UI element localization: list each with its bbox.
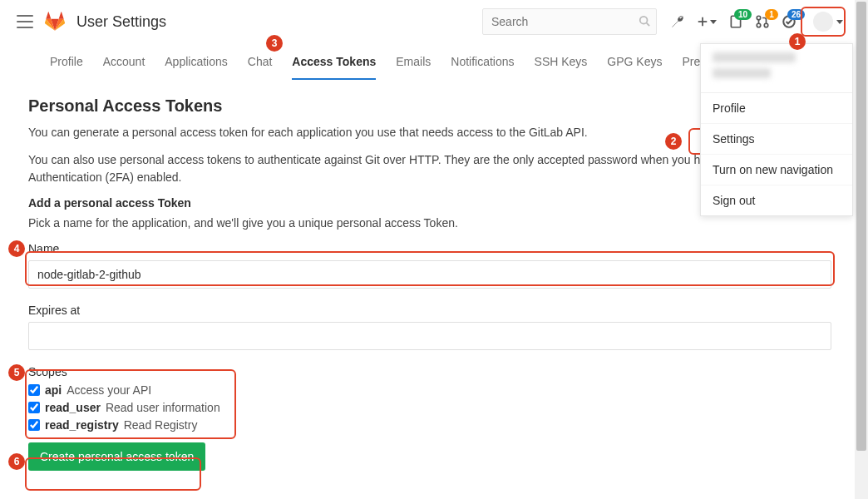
- avatar: [813, 12, 833, 32]
- scope-api-checkbox[interactable]: [28, 384, 40, 396]
- scope-read-user-name: read_user: [45, 401, 101, 414]
- svg-point-0: [640, 17, 648, 24]
- svg-point-5: [757, 16, 761, 20]
- search-wrap: [482, 8, 657, 35]
- tab-chat[interactable]: Chat: [248, 45, 273, 78]
- dropdown-settings[interactable]: Settings: [701, 124, 852, 155]
- wrench-icon[interactable]: [670, 14, 685, 29]
- callout-num-6: 6: [8, 453, 25, 470]
- callout-num-4: 4: [8, 240, 25, 257]
- svg-rect-3: [698, 21, 708, 22]
- scope-row-read-registry: read_registry Read Registry: [28, 418, 840, 432]
- avatar-button[interactable]: [808, 8, 848, 35]
- tab-account[interactable]: Account: [103, 45, 145, 78]
- scrollbar[interactable]: [855, 0, 868, 499]
- callout-num-5: 5: [8, 364, 25, 381]
- scope-row-read-user: read_user Read user information: [28, 401, 840, 414]
- create-token-button[interactable]: Create personal access token: [28, 442, 205, 471]
- user-dropdown: Profile Settings Turn on new navigation …: [700, 43, 853, 216]
- svg-point-6: [757, 23, 761, 27]
- mr-badge: 1: [765, 9, 778, 20]
- scope-row-api: api Access your API: [28, 383, 840, 397]
- tab-ssh-keys[interactable]: SSH Keys: [535, 45, 588, 78]
- scope-read-user-desc: Read user information: [106, 401, 220, 414]
- search-input[interactable]: [482, 8, 657, 35]
- issues-badge: 10: [734, 9, 752, 20]
- svg-line-1: [647, 23, 650, 27]
- tab-applications[interactable]: Applications: [165, 45, 228, 78]
- todos-icon[interactable]: 26: [782, 14, 796, 29]
- scrollbar-thumb[interactable]: [856, 2, 866, 451]
- dropdown-sign-out[interactable]: Sign out: [701, 185, 852, 215]
- name-input[interactable]: [28, 260, 831, 289]
- todos-badge: 26: [787, 9, 805, 20]
- search-icon: [639, 15, 650, 29]
- merge-request-icon[interactable]: 1: [755, 14, 770, 29]
- svg-point-7: [764, 23, 768, 27]
- chevron-down-icon: [836, 20, 843, 24]
- scope-read-registry-desc: Read Registry: [124, 418, 198, 432]
- topbar: User Settings 10 1 26: [0, 0, 868, 43]
- tab-gpg-keys[interactable]: GPG Keys: [607, 45, 662, 78]
- callout-num-3: 3: [266, 35, 283, 52]
- scopes-label: Scopes: [28, 365, 840, 378]
- expires-input[interactable]: [28, 322, 831, 350]
- top-icons: 10 1 26: [670, 8, 848, 35]
- callout-num-1: 1: [789, 33, 806, 50]
- hamburger-icon[interactable]: [17, 15, 33, 28]
- scope-read-registry-checkbox[interactable]: [28, 419, 40, 431]
- page-title: User Settings: [76, 13, 166, 31]
- scope-api-name: api: [45, 383, 62, 397]
- scope-api-desc: Access your API: [67, 383, 151, 397]
- name-label: Name: [28, 242, 840, 255]
- expires-label: Expires at: [28, 304, 840, 317]
- callout-num-2: 2: [665, 133, 682, 150]
- tab-access-tokens[interactable]: Access Tokens: [292, 45, 376, 78]
- scope-read-user-checkbox[interactable]: [28, 402, 40, 413]
- tab-notifications[interactable]: Notifications: [451, 45, 514, 78]
- gitlab-logo[interactable]: [45, 12, 65, 32]
- plus-icon[interactable]: [697, 16, 717, 27]
- add-desc: Pick a name for the application, and we'…: [28, 215, 840, 232]
- dropdown-header: [701, 44, 852, 93]
- dropdown-profile[interactable]: Profile: [701, 93, 852, 124]
- tab-profile[interactable]: Profile: [50, 45, 83, 78]
- scope-read-registry-name: read_registry: [45, 418, 119, 432]
- tab-emails[interactable]: Emails: [396, 45, 431, 78]
- issues-icon[interactable]: 10: [728, 14, 743, 29]
- dropdown-toggle-nav[interactable]: Turn on new navigation: [701, 155, 852, 185]
